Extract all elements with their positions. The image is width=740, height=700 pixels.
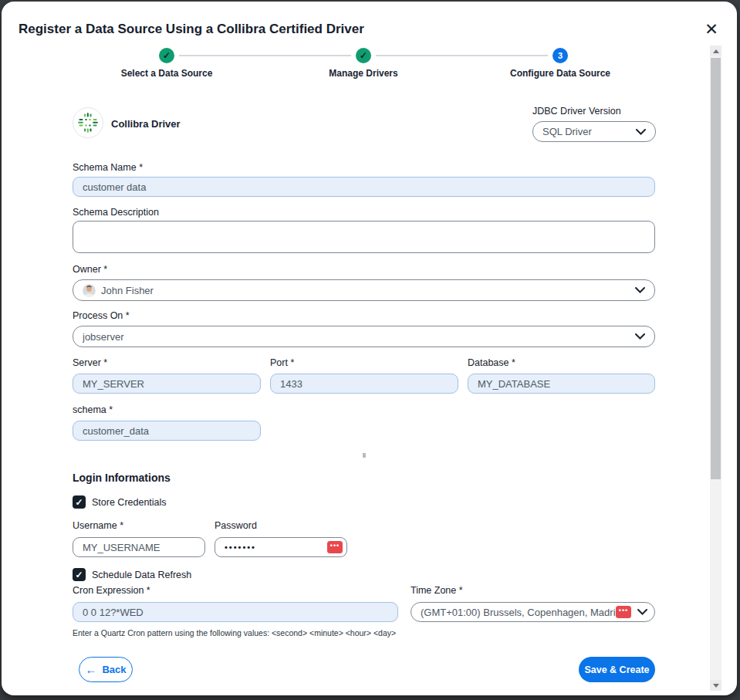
scrollbar-thumb[interactable] — [711, 58, 721, 479]
arrow-left-icon: ← — [85, 664, 96, 675]
schedule-data-refresh-label: Schedule Data Refresh — [92, 570, 191, 580]
check-icon: ✓ — [75, 570, 83, 580]
store-credentials-checkbox[interactable]: ✓ — [73, 495, 86, 509]
collibra-driver-logo-icon — [73, 107, 103, 138]
store-credentials-label: Store Credentials — [92, 497, 167, 508]
password-manager-icon[interactable]: ••• — [327, 541, 343, 553]
schema-name-label: Schema Name * — [73, 162, 143, 173]
scrollbar-up-button[interactable] — [710, 46, 721, 56]
time-zone-select[interactable]: (GMT+01:00) Brussels, Copenhagen, Madrid… — [411, 602, 655, 622]
step-number: 3 — [558, 52, 563, 60]
schema-description-label: Schema Description — [73, 207, 159, 218]
password-manager-dots: ••• — [619, 607, 628, 614]
register-data-source-modal: Register a Data Source Using a Collibra … — [2, 2, 737, 695]
process-on-select[interactable]: jobserver — [73, 326, 655, 347]
save-and-create-button[interactable]: Save & Create — [579, 657, 655, 682]
cron-expression-label: Cron Expression * — [73, 585, 150, 596]
step-3-circle[interactable]: 3 — [552, 48, 568, 63]
schema-description-textarea[interactable] — [73, 221, 655, 253]
jdbc-driver-version-select[interactable]: SQL Driver — [532, 121, 656, 142]
username-input[interactable]: MY_USERNAME — [73, 537, 205, 557]
check-icon: ✓ — [75, 498, 83, 507]
password-manager-icon[interactable]: ••• — [616, 606, 631, 618]
chevron-down-icon — [635, 333, 645, 340]
process-on-value: jobserver — [83, 331, 629, 343]
back-button[interactable]: ← Back — [79, 657, 133, 682]
save-button-label: Save & Create — [584, 664, 649, 675]
schema-input[interactable]: customer_data — [73, 421, 261, 441]
process-on-label: Process On * — [73, 310, 130, 321]
password-manager-dots: ••• — [330, 543, 340, 550]
step-3-label: Configure Data Source — [510, 68, 610, 79]
modal-title: Register a Data Source Using a Collibra … — [19, 22, 364, 37]
port-label: Port * — [270, 357, 294, 368]
triangle-up-icon — [713, 49, 719, 53]
check-icon: ✓ — [163, 51, 171, 60]
username-label: Username * — [73, 520, 123, 531]
step-1-label: Select a Data Source — [121, 68, 213, 79]
cursor-artifact — [363, 453, 366, 458]
jdbc-driver-version-value: SQL Driver — [542, 126, 630, 137]
cron-expression-input[interactable]: 0 0 12?*WED — [73, 602, 398, 622]
triangle-down-icon — [713, 684, 719, 688]
schema-label: schema * — [73, 404, 113, 415]
scrollbar-down-button[interactable] — [710, 680, 721, 691]
step-2-circle[interactable]: ✓ — [356, 48, 371, 63]
close-icon: ✕ — [705, 20, 718, 38]
owner-avatar — [83, 284, 96, 297]
chevron-down-icon — [636, 129, 646, 135]
time-zone-value: (GMT+01:00) Brussels, Copenhagen, Madrid… — [421, 607, 616, 618]
password-label: Password — [215, 520, 257, 531]
chevron-down-icon — [635, 287, 645, 293]
stepper-connector-1 — [179, 55, 351, 56]
driver-name: Collibra Driver — [111, 118, 181, 130]
step-2-label: Manage Drivers — [329, 68, 397, 79]
server-label: Server * — [73, 357, 107, 368]
database-input[interactable]: MY_DATABASE — [468, 374, 655, 394]
owner-value: John Fisher — [101, 285, 623, 296]
owner-select[interactable]: John Fisher — [73, 279, 655, 301]
step-1-circle[interactable]: ✓ — [159, 48, 174, 63]
login-informations-heading: Login Informations — [73, 472, 171, 484]
jdbc-driver-version-label: JDBC Driver Version — [532, 106, 621, 117]
database-label: Database * — [468, 357, 515, 368]
schema-name-input[interactable]: customer data — [73, 177, 655, 197]
schedule-data-refresh-checkbox[interactable]: ✓ — [73, 568, 86, 581]
server-input[interactable]: MY_SERVER — [73, 374, 261, 394]
port-input[interactable]: 1433 — [270, 374, 458, 394]
password-masked-value: ••••••• — [225, 543, 256, 552]
stepper-connector-2 — [376, 55, 548, 56]
owner-label: Owner * — [73, 264, 107, 275]
cron-hint-text: Enter a Quartz Cron pattern using the fo… — [73, 628, 396, 637]
time-zone-label: Time Zone * — [411, 585, 463, 596]
password-input[interactable]: ••••••• ••• — [215, 537, 347, 557]
chevron-down-icon — [637, 609, 647, 615]
check-icon: ✓ — [360, 51, 367, 60]
close-button[interactable]: ✕ — [701, 19, 722, 40]
back-button-label: Back — [102, 664, 126, 675]
